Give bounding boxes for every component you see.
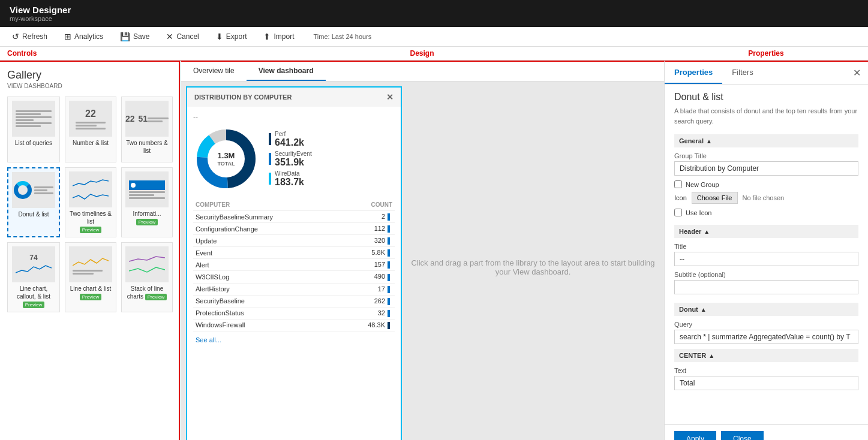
gallery-item-info[interactable]: Informati... Preview bbox=[121, 167, 173, 237]
props-section-desc: A blade that consists of donut and the t… bbox=[674, 106, 858, 126]
cancel-button[interactable]: ✕ Cancel bbox=[164, 31, 201, 43]
gallery-item-two-numbers[interactable]: 22 51 Two numbers & list bbox=[121, 97, 173, 162]
props-field-title: Title bbox=[674, 243, 858, 266]
gallery-preview-line-callout: 74 bbox=[12, 246, 55, 282]
gallery-label-line-callout: Line chart, callout, & list Preview bbox=[11, 285, 56, 308]
table-row: ProtectionStatus32 bbox=[193, 307, 395, 319]
bar-indicator bbox=[388, 322, 390, 329]
workspace-label: my-workspace bbox=[10, 15, 858, 22]
gallery-item-list-queries[interactable]: List of queries bbox=[7, 97, 60, 162]
table-cell-count: 2 bbox=[342, 211, 395, 223]
save-icon: 💾 bbox=[120, 32, 130, 41]
bar-indicator bbox=[388, 237, 390, 245]
props-group-center-header: CENTER ▲ bbox=[674, 349, 858, 362]
table-cell-count: 262 bbox=[342, 295, 395, 307]
new-group-checkbox[interactable] bbox=[674, 180, 682, 188]
bar-indicator bbox=[388, 213, 390, 221]
props-group-header-header: Header ▲ bbox=[674, 225, 858, 238]
gallery-item-line-callout[interactable]: 74 Line chart, callout, & list Preview bbox=[7, 242, 60, 312]
props-group-donut: Donut ▲ Query CENTER ▲ Text bbox=[674, 303, 858, 390]
properties-close-button[interactable]: ✕ bbox=[846, 62, 868, 83]
group-title-label: Group Title bbox=[674, 152, 858, 159]
col-header-count: COUNT bbox=[342, 199, 395, 211]
legend-item-wiredata: WireData 183.7k bbox=[269, 170, 312, 188]
gallery-grid: List of queries 22 Number & list 22 51 bbox=[7, 97, 172, 312]
apply-button[interactable]: Apply bbox=[674, 431, 716, 440]
gallery-preview-info bbox=[125, 171, 169, 207]
props-group-header-general: General ▲ bbox=[674, 134, 858, 147]
export-icon: ⬇ bbox=[216, 32, 223, 41]
tile-close-button[interactable]: ✕ bbox=[386, 92, 394, 102]
tab-overview-tile[interactable]: Overview tile bbox=[181, 62, 247, 81]
props-field-group-title: Group Title bbox=[674, 152, 858, 176]
use-icon-checkbox[interactable] bbox=[674, 209, 682, 216]
header-title-label: Title bbox=[674, 243, 858, 250]
legend-color-security bbox=[269, 153, 271, 165]
bar-indicator bbox=[388, 310, 390, 317]
props-field-center-text: Text bbox=[674, 367, 858, 390]
donut-collapse-arrow: ▲ bbox=[701, 306, 707, 313]
refresh-button[interactable]: ↺ Refresh bbox=[10, 31, 50, 43]
icon-row: Icon Choose File No file chosen bbox=[674, 192, 858, 204]
gallery-item-line-list[interactable]: Line chart & list Preview bbox=[65, 242, 116, 312]
table-row: ConfigurationChange112 bbox=[193, 223, 395, 235]
table-cell-count: 32 bbox=[342, 307, 395, 319]
gallery-preview-stack-line bbox=[125, 246, 169, 282]
gallery-label-list-queries: List of queries bbox=[15, 139, 52, 147]
tile-header: DISTRIBUTION BY COMPUTER ✕ bbox=[187, 88, 401, 107]
tab-view-dashboard[interactable]: View dashboard bbox=[247, 62, 326, 81]
props-group-general: General ▲ Group Title New Group Icon Cho… bbox=[674, 134, 858, 216]
table-cell-count: 5.8K bbox=[342, 247, 395, 259]
legend-color-wire bbox=[269, 173, 271, 185]
props-section-title: Donut & list bbox=[674, 92, 858, 103]
props-field-subtitle: Subtitle (optional) bbox=[674, 271, 858, 294]
legend-color-perf bbox=[269, 133, 271, 145]
center-text-input[interactable] bbox=[674, 376, 858, 390]
tile-title: DISTRIBUTION BY COMPUTER bbox=[194, 94, 292, 101]
bar-indicator bbox=[388, 249, 390, 257]
controls-section-label: Controls bbox=[7, 49, 37, 58]
props-field-query: Query bbox=[674, 321, 858, 344]
tab-filters[interactable]: Filters bbox=[722, 62, 762, 84]
query-input[interactable] bbox=[674, 330, 858, 344]
gallery-item-stack-line[interactable]: Stack of line charts Preview bbox=[121, 242, 173, 312]
donut-center-text: 1.3M TOTAL bbox=[217, 151, 235, 167]
table-cell-count: 157 bbox=[342, 259, 395, 271]
design-panel: Overview tile View dashboard DISTRIBUTIO… bbox=[180, 61, 664, 440]
save-button[interactable]: 💾 Save bbox=[118, 31, 152, 43]
header-title-input[interactable] bbox=[674, 252, 858, 266]
use-icon-row: Use Icon bbox=[674, 209, 858, 216]
app-title: View Designer bbox=[10, 5, 858, 15]
new-group-label: New Group bbox=[686, 181, 719, 188]
header-subtitle-input[interactable] bbox=[674, 280, 858, 294]
choose-file-button[interactable]: Choose File bbox=[692, 192, 738, 204]
table-row: AlertHistory17 bbox=[193, 283, 395, 295]
gallery-item-number-list[interactable]: 22 Number & list bbox=[65, 97, 116, 162]
close-button[interactable]: Close bbox=[721, 431, 764, 440]
gallery-title: Gallery bbox=[7, 69, 172, 82]
props-tab-header: Properties Filters ✕ bbox=[665, 62, 868, 85]
gallery-preview-line-list bbox=[69, 246, 112, 282]
analytics-button[interactable]: ⊞ Analytics bbox=[62, 31, 106, 43]
main-layout: Gallery VIEW DASHBOARD List of queries 2… bbox=[0, 61, 868, 440]
gallery-item-two-timelines[interactable]: Two timelines & list Preview bbox=[65, 167, 116, 237]
props-body: Donut & list A blade that consists of do… bbox=[665, 85, 868, 424]
table-cell-count: 48.3K bbox=[342, 319, 395, 331]
export-button[interactable]: ⬇ Export bbox=[214, 31, 250, 43]
table-row: WindowsFirewall48.3K bbox=[193, 319, 395, 331]
preview-badge-timelines: Preview bbox=[80, 227, 101, 233]
design-section-label: Design bbox=[410, 49, 434, 58]
group-title-input[interactable] bbox=[674, 161, 858, 176]
col-header-computer: COMPUTER bbox=[193, 199, 342, 211]
donut-container: 1.3M TOTAL bbox=[193, 126, 259, 192]
properties-panel: Properties Filters ✕ Donut & list A blad… bbox=[664, 61, 868, 440]
table-cell-count: 320 bbox=[342, 235, 395, 247]
no-file-text: No file chosen bbox=[743, 194, 785, 201]
see-all-link[interactable]: See all... bbox=[193, 331, 395, 348]
tab-properties[interactable]: Properties bbox=[665, 62, 722, 84]
gallery-label-line-list: Line chart & list Preview bbox=[69, 285, 112, 300]
gallery-item-donut-list[interactable]: Donut & list bbox=[7, 167, 60, 237]
general-collapse-arrow: ▲ bbox=[706, 138, 712, 144]
import-button[interactable]: ⬆ Import bbox=[261, 31, 296, 43]
query-label: Query bbox=[674, 321, 858, 328]
